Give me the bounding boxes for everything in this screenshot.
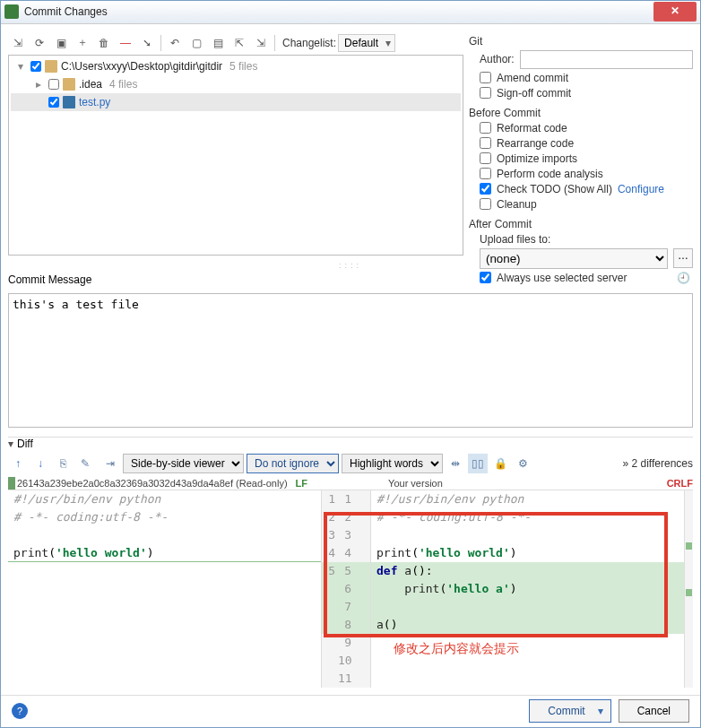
python-file-icon xyxy=(63,96,75,108)
viewer-select[interactable]: Side-by-side viewer xyxy=(123,454,244,473)
reformat-checkbox[interactable] xyxy=(480,122,491,134)
chevron-down-icon[interactable]: ▾ xyxy=(18,60,27,73)
expand-icon[interactable]: ⇱ xyxy=(229,33,249,53)
gear-icon[interactable]: ⚙ xyxy=(513,454,532,473)
file-checkbox[interactable] xyxy=(48,97,59,108)
sync-scroll-icon[interactable]: ▯▯ xyxy=(468,454,488,473)
window-title: Commit Changes xyxy=(24,5,653,18)
changelist-label: Changelist: xyxy=(282,37,336,49)
collapse-unchanged-icon[interactable]: ⇹ xyxy=(446,454,465,473)
show-diff-icon[interactable]: ⇲ xyxy=(8,33,28,53)
cleanup-checkbox[interactable] xyxy=(480,198,491,210)
titlebar: Commit Changes ✕ xyxy=(1,1,700,24)
diff-view[interactable]: #!/usr/bin/env python # -*- coding:utf-8… xyxy=(8,490,693,688)
tree-root[interactable]: ▾ C:\Users\xxyy\Desktop\gitdir\gitdir 5 … xyxy=(11,57,461,75)
next-diff-icon[interactable]: ↓ xyxy=(30,454,50,473)
diff-label: Diff xyxy=(17,438,33,450)
idea-checkbox[interactable] xyxy=(48,79,59,90)
lock-icon[interactable]: 🔒 xyxy=(490,454,510,473)
app-icon xyxy=(4,4,19,19)
browse-icon[interactable]: ▢ xyxy=(186,33,206,53)
annotation-text: 修改之后内容就会提示 xyxy=(394,641,519,657)
changelist-select[interactable]: Default xyxy=(338,34,395,52)
author-label: Author: xyxy=(480,53,515,65)
before-commit-title: Before Commit xyxy=(469,107,693,119)
collapse-icon[interactable]: ⇲ xyxy=(251,33,271,53)
annotation-box xyxy=(324,512,668,637)
folder-icon xyxy=(45,60,57,73)
configure-link[interactable]: Configure xyxy=(618,183,664,195)
edit-icon[interactable]: ✎ xyxy=(75,454,95,473)
todo-checkbox[interactable] xyxy=(480,183,491,195)
commit-message-textarea[interactable]: this's a test file xyxy=(8,293,693,428)
group-icon[interactable]: ▤ xyxy=(208,33,228,53)
diff-marker-strip[interactable] xyxy=(684,490,693,688)
help-icon[interactable]: ? xyxy=(12,703,28,719)
rearrange-checkbox[interactable] xyxy=(480,137,491,149)
copy-icon[interactable]: ⎘ xyxy=(53,454,73,473)
ignore-select[interactable]: Do not ignore xyxy=(247,454,339,473)
splitter-grip[interactable]: :::: xyxy=(8,261,693,266)
refresh-icon[interactable]: ⟳ xyxy=(30,33,49,53)
history-icon[interactable]: 🕘 xyxy=(677,272,693,288)
delete-icon[interactable]: 🗑 xyxy=(94,33,114,53)
amend-checkbox[interactable] xyxy=(480,72,491,83)
add-icon[interactable]: ＋ xyxy=(73,33,92,53)
jump-icon[interactable]: ⇥ xyxy=(100,454,120,473)
move-icon[interactable]: ➘ xyxy=(137,33,157,53)
cancel-button[interactable]: Cancel xyxy=(619,699,689,723)
prev-diff-icon[interactable]: ↑ xyxy=(8,454,28,473)
remove-icon[interactable]: — xyxy=(116,33,135,53)
rollback-icon[interactable]: ↶ xyxy=(165,33,185,53)
git-section-title: Git xyxy=(469,35,693,48)
tree-idea[interactable]: ▸ .idea 4 files xyxy=(11,75,461,93)
diff-left-pane[interactable]: #!/usr/bin/env python # -*- coding:utf-8… xyxy=(8,490,321,688)
left-status-indicator xyxy=(8,477,15,490)
highlight-select[interactable]: Highlight words xyxy=(342,454,443,473)
after-commit-title: After Commit xyxy=(469,218,693,230)
author-input[interactable] xyxy=(520,50,693,69)
tree-file-testpy[interactable]: test.py xyxy=(11,93,461,111)
changes-toolbar: ⇲ ⟳ ▣ ＋ 🗑 — ➘ ↶ ▢ ▤ ⇱ ⇲ Changelist: Defa… xyxy=(8,31,463,55)
analysis-checkbox[interactable] xyxy=(480,168,491,179)
changes-tree[interactable]: ▾ C:\Users\xxyy\Desktop\gitdir\gitdir 5 … xyxy=(8,55,463,256)
right-revision-label: Your version xyxy=(388,478,667,489)
upload-label: Upload files to: xyxy=(480,233,550,246)
commit-message-label: Commit Message xyxy=(8,273,91,286)
chevron-right-icon[interactable]: ▸ xyxy=(36,78,45,91)
optimize-checkbox[interactable] xyxy=(480,152,491,164)
right-eol-label: CRLF xyxy=(667,478,693,489)
left-eol-label: LF xyxy=(296,478,307,489)
close-button[interactable]: ✕ xyxy=(653,2,697,22)
left-revision-label: 26143a239ebe2a0c8a32369a3032d43a9da4a8ef… xyxy=(17,478,296,489)
diff-collapse-icon[interactable]: ▾ xyxy=(8,438,13,450)
root-checkbox[interactable] xyxy=(30,61,41,72)
commit-button[interactable]: Commit xyxy=(529,699,610,723)
folder-icon xyxy=(63,78,75,91)
diff-count: 2 differences xyxy=(632,457,694,470)
revert-icon[interactable]: ▣ xyxy=(51,33,71,53)
signoff-checkbox[interactable] xyxy=(480,87,491,99)
